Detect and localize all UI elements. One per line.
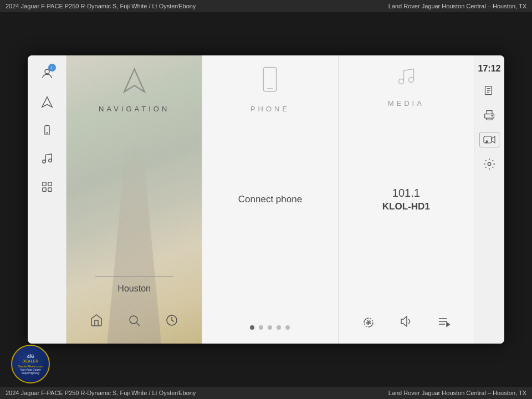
media-bottom-icons [339, 313, 474, 330]
svg-point-17 [408, 78, 413, 83]
bottom-bar-right: Land Rover Jaguar Houston Central – Hous… [388, 390, 526, 396]
nav-bottom-icons [66, 310, 202, 330]
nav-search-button[interactable] [125, 310, 144, 330]
svg-marker-25 [447, 323, 449, 326]
phone-device-icon [259, 66, 281, 100]
nav-home-button[interactable] [87, 310, 106, 330]
svg-line-12 [137, 323, 140, 326]
nav-location-text: Houston [117, 284, 151, 294]
dot-5 [285, 325, 290, 330]
phone-panel[interactable]: PHONE Connect phone [202, 55, 338, 344]
bottom-bar-left: 2024 Jaguar F-PACE P250 R-Dynamic S, Fuj… [6, 390, 196, 396]
svg-point-5 [48, 159, 52, 162]
nav-label: NAVIGATION [99, 105, 170, 113]
playlist-button[interactable] [436, 313, 452, 330]
camera-record-button[interactable]: P [479, 132, 499, 147]
settings-button[interactable] [481, 156, 498, 172]
dot-4 [277, 325, 281, 330]
right-sidebar: 17:12 [474, 55, 504, 344]
infotainment-screen: 1 [28, 55, 504, 344]
left-sidebar: 1 [28, 55, 66, 344]
svg-point-0 [45, 69, 49, 74]
media-station-info: 101.1 KLOL-HD1 [382, 187, 430, 212]
top-bar-left: 2024 Jaguar F-PACE P250 R-Dynamic S, Fuj… [6, 3, 388, 9]
svg-marker-1 [42, 97, 52, 107]
phone-icon-area: PHONE [250, 66, 290, 113]
media-music-icon [396, 66, 417, 95]
music-sidebar-icon[interactable] [37, 149, 57, 168]
phone-connect-text: Connect phone [238, 194, 302, 205]
svg-marker-33 [492, 136, 495, 143]
edit-button[interactable] [481, 82, 498, 99]
svg-rect-14 [264, 68, 277, 91]
watermark-numbers: 4/6 [27, 354, 34, 359]
svg-marker-21 [401, 316, 407, 326]
apps-sidebar-icon[interactable] [37, 177, 57, 197]
navigation-panel[interactable]: NAVIGATION Houston [66, 55, 202, 344]
media-icon-area: MEDIA [388, 66, 424, 108]
svg-point-36 [488, 162, 491, 166]
svg-rect-6 [42, 182, 45, 186]
print-button[interactable] [481, 107, 498, 124]
phone-label: PHONE [250, 105, 290, 113]
svg-point-3 [47, 132, 48, 134]
media-frequency: 101.1 [382, 187, 430, 200]
top-bar-right: Land Rover Jaguar Houston Central – Hous… [388, 3, 526, 9]
phone-sidebar-icon[interactable] [37, 120, 57, 140]
profile-badge: 1 [48, 64, 56, 71]
nav-history-button[interactable] [162, 310, 182, 330]
svg-point-20 [367, 321, 370, 324]
svg-point-11 [130, 316, 137, 324]
nav-location-line [95, 277, 173, 277]
watermark-circle: 4/6 Dealer DealerRevs.com Your Auto Deal… [11, 345, 50, 383]
watermark: 4/6 Dealer DealerRevs.com Your Auto Deal… [11, 345, 50, 383]
volume-button[interactable] [398, 313, 415, 330]
watermark-dealer: Dealer [23, 359, 39, 364]
svg-rect-8 [42, 188, 45, 191]
dot-1 [250, 325, 254, 330]
media-station-name: KLOL-HD1 [382, 201, 430, 212]
nav-header: NAVIGATION [66, 55, 202, 113]
svg-point-16 [398, 79, 403, 84]
svg-rect-9 [48, 188, 51, 191]
bottom-bar: 2024 Jaguar F-PACE P250 R-Dynamic S, Fuj… [0, 387, 532, 399]
dot-3 [268, 325, 272, 330]
watermark-tagline: Your Auto Dealer SuperHighway [12, 368, 49, 375]
svg-point-4 [42, 160, 45, 163]
media-panel[interactable]: MEDIA 101.1 KLOL-HD1 [339, 55, 474, 344]
nav-arrow-icon [119, 66, 150, 102]
svg-rect-7 [48, 182, 51, 186]
svg-point-31 [492, 115, 493, 116]
clock-display: 17:12 [478, 64, 501, 74]
svg-marker-10 [124, 69, 145, 92]
nav-sidebar-icon[interactable] [37, 92, 57, 112]
top-bar: 2024 Jaguar F-PACE P250 R-Dynamic S, Fuj… [0, 0, 532, 12]
dot-2 [259, 325, 263, 330]
profile-icon[interactable]: 1 [37, 64, 57, 84]
media-label: MEDIA [388, 99, 424, 108]
screen-area: 1 [0, 12, 532, 387]
fm-radio-button[interactable] [360, 313, 377, 330]
page-indicator [250, 325, 290, 330]
main-content: NAVIGATION Houston [66, 55, 474, 344]
